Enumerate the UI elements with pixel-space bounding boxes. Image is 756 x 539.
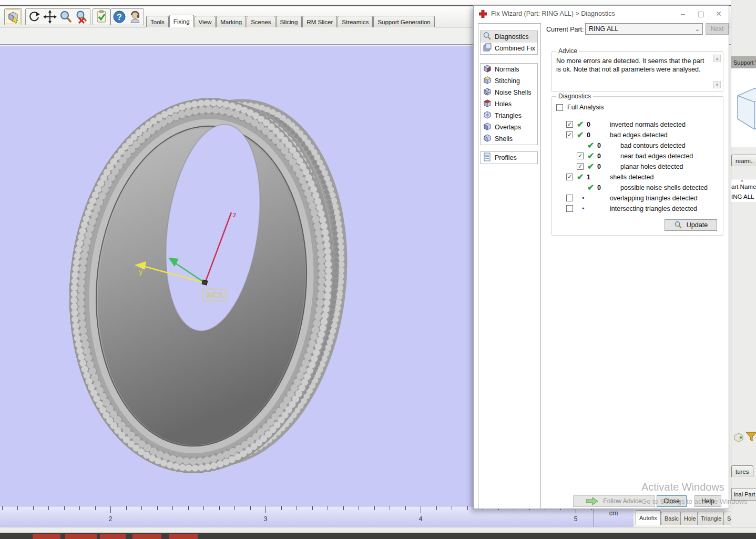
full-analysis-checkbox-row[interactable]: Full Analysis <box>556 104 604 111</box>
zoom-view-icon[interactable] <box>58 9 73 24</box>
nav-item-label: Profiles <box>495 154 517 161</box>
taskbar-item[interactable] <box>33 534 60 539</box>
part-list-fragment[interactable]: ^ art Name ING ALL <box>731 179 756 202</box>
ribbon-tab-strip: ToolsFixingViewMarkingScenesSlicingRM Sl… <box>146 15 435 27</box>
diagnostic-count: 0 <box>597 163 601 170</box>
scroll-up-icon[interactable]: ▲ <box>713 55 721 62</box>
follow-advice-button[interactable]: Follow Advice <box>573 495 655 507</box>
windows-taskbar[interactable] <box>0 533 756 539</box>
bottom-tab-triangle[interactable]: Triangle <box>697 512 725 525</box>
ribbon-tab-tools[interactable]: Tools <box>146 16 169 27</box>
final-part-button-fragment[interactable]: inal Part <box>731 488 756 502</box>
ring-model[interactable]: z y WCS <box>0 46 473 506</box>
taskbar-item[interactable] <box>65 534 97 539</box>
help-icon[interactable]: ? <box>112 9 127 24</box>
nav-item-shells[interactable]: Shells <box>481 133 537 145</box>
textures-tab-fragment[interactable]: tures <box>731 465 756 477</box>
dialog-titlebar[interactable]: Fix Wizard (Part: RING ALL) > Diagnostic… <box>474 6 729 22</box>
ruler-tick <box>48 506 49 510</box>
diagnostic-count: 0 <box>597 152 601 160</box>
bottom-tab-basic[interactable]: Basic <box>661 512 682 525</box>
funnel-icon[interactable] <box>745 430 756 443</box>
assistant-icon[interactable] <box>128 9 142 24</box>
ribbon-tab-view[interactable]: View <box>195 16 216 27</box>
part-name-header[interactable]: art Name <box>731 184 756 190</box>
diagnostic-row: •intersecting triangles detected <box>552 204 723 214</box>
pan-view-icon[interactable] <box>43 9 57 24</box>
ruler-unit: cm <box>593 506 634 527</box>
diagnostic-label: overlapping triangles detected <box>610 195 698 202</box>
streamics-tab-fragment[interactable]: reami.. <box>731 154 756 167</box>
diagnostic-checkbox[interactable]: ✓ <box>577 152 584 159</box>
nav-item-normals[interactable]: Normals <box>481 64 537 75</box>
nav-item-label: Triangles <box>495 112 522 119</box>
diagnostic-checkbox[interactable]: ✓ <box>566 174 573 180</box>
scroll-down-icon[interactable]: ▼ <box>713 81 721 88</box>
ruler-tick <box>234 506 235 510</box>
diagnostic-checkbox[interactable] <box>566 195 573 201</box>
current-part-dropdown[interactable]: RING ALL ⌄ <box>585 23 703 35</box>
diagnostics-groupbox: Diagnostics Full Analysis ✓✔0inverted no… <box>551 96 723 236</box>
nav-item-noise-shells[interactable]: Noise Shells <box>481 87 537 98</box>
full-analysis-checkbox[interactable] <box>556 104 563 111</box>
ribbon-tab-marking[interactable]: Marking <box>216 16 246 27</box>
ribbon-tab-scenes[interactable]: Scenes <box>247 16 275 27</box>
advice-text: No more errors are detected. It seems th… <box>556 57 710 74</box>
nav-item-profiles[interactable]: Profiles <box>481 152 537 164</box>
diagnostic-checkbox[interactable]: ✓ <box>577 163 584 170</box>
viewport-3d[interactable]: z y WCS <box>0 46 473 506</box>
ruler-tick <box>126 506 127 510</box>
diagnostic-row: •overlapping triangles detected <box>552 193 723 204</box>
ribbon-tab-rm-slicer[interactable]: RM Slicer <box>302 16 337 27</box>
nav-item-overlaps[interactable]: Overlaps <box>481 121 537 133</box>
maximize-button[interactable]: ▢ <box>692 7 710 21</box>
ok-check-icon: ✔ <box>577 119 584 129</box>
full-analysis-label: Full Analysis <box>567 104 604 111</box>
current-part-label: Current Part: <box>546 26 584 33</box>
ribbon-tab-slicing[interactable]: Slicing <box>276 16 302 27</box>
rotate-view-icon[interactable] <box>27 9 42 24</box>
ruler-tick <box>33 506 34 510</box>
diagnostic-label: near bad edges detected <box>620 152 693 160</box>
next-button[interactable]: Next <box>706 23 729 35</box>
taskbar-item[interactable] <box>100 534 126 539</box>
update-button[interactable]: Update <box>665 219 717 231</box>
ruler-tick <box>17 506 18 510</box>
ribbon-tab-fixing[interactable]: Fixing <box>169 15 194 27</box>
nav-item-triangles[interactable]: Triangles <box>481 110 537 121</box>
ruler-tick <box>2 506 3 510</box>
ruler-tick <box>312 506 313 510</box>
add-part-icon[interactable] <box>732 431 745 444</box>
ribbon-tab-support-generation[interactable]: Support Generation <box>373 16 434 27</box>
nav-item-holes[interactable]: Holes <box>481 98 537 110</box>
ribbon-tab-streamics[interactable]: Streamics <box>338 16 373 27</box>
ruler-tick <box>405 506 406 510</box>
taskbar-item[interactable] <box>169 534 198 539</box>
zoom-remove-icon[interactable] <box>74 9 89 24</box>
minimize-button[interactable]: – <box>674 7 692 21</box>
nav-item-label: Stitching <box>495 77 520 85</box>
nav-item-stitching[interactable]: Stitching <box>481 75 537 87</box>
close-window-button[interactable]: ✕ <box>710 7 728 21</box>
ruler-tick <box>110 506 111 513</box>
support-view-header[interactable]: Support V <box>731 56 756 68</box>
close-button[interactable]: Close <box>657 495 687 507</box>
select-part-icon[interactable] <box>6 9 21 24</box>
part-row[interactable]: ING ALL <box>731 194 754 200</box>
ruler-tick <box>141 506 142 510</box>
nav-group-box: Profiles <box>480 151 538 164</box>
nav-item-combined-fix[interactable]: Combined Fix <box>481 43 537 54</box>
cube-overlaps-icon <box>483 122 492 133</box>
fix-verify-icon[interactable] <box>94 9 109 24</box>
help-button[interactable]: Help <box>694 495 721 507</box>
diagnostic-checkbox[interactable]: ✓ <box>566 131 573 138</box>
nav-item-diagnostics[interactable]: Diagnostics <box>481 31 537 43</box>
bottom-tab-autofix[interactable]: Autofix <box>636 510 661 525</box>
diagnostic-checkbox[interactable] <box>566 205 573 212</box>
diagnostic-checkbox[interactable]: ✓ <box>566 121 573 128</box>
ruler-number: 2 <box>109 515 113 523</box>
taskbar-item[interactable] <box>132 534 161 539</box>
ruler-tick <box>79 506 80 510</box>
ruler-tick <box>343 506 344 510</box>
advice-groupbox: Advice No more errors are detected. It s… <box>551 51 723 92</box>
